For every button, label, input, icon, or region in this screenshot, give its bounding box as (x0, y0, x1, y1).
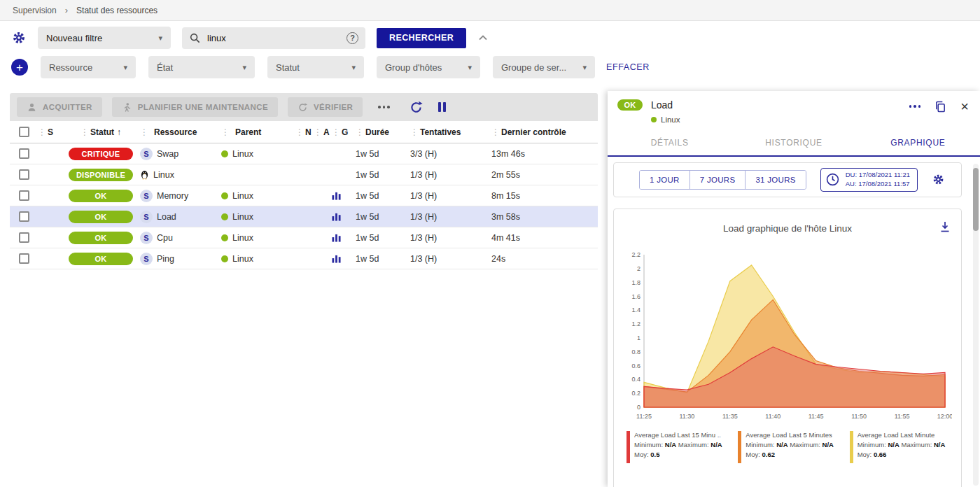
collapse-filters-chevron-up-icon[interactable] (477, 32, 489, 43)
panel-more-actions-icon[interactable] (909, 105, 921, 108)
search-help-icon[interactable]: ? (346, 32, 358, 44)
column-header-parent[interactable]: Parent (221, 127, 295, 137)
header-duration-label: Durée (365, 127, 389, 137)
table-row-ping[interactable]: OK Ping Linux 1w 5d 1/3 (H) 24s (10, 248, 598, 269)
graph-settings-gear-icon[interactable] (932, 173, 945, 186)
breadcrumb-supervision[interactable]: Supervision (13, 6, 57, 15)
column-header-action[interactable]: A (314, 127, 332, 137)
more-actions-icon[interactable] (378, 106, 390, 108)
legend-series-name: Average Load Last 5 Minutes (746, 431, 834, 439)
drag-handle-icon (221, 127, 231, 137)
drag-handle-icon (410, 127, 420, 137)
add-criteria-button[interactable]: + (11, 59, 28, 76)
range-1-day-button[interactable]: 1 JOUR (640, 171, 690, 189)
duration-value: 1w 5d (356, 254, 410, 264)
pause-auto-refresh-icon[interactable] (438, 102, 447, 112)
min-value: N/A (888, 441, 899, 449)
tab-history[interactable]: HISTORIQUE (732, 129, 855, 155)
column-header-notes[interactable]: N (295, 127, 314, 137)
tab-graph[interactable]: GRAPHIQUE (856, 129, 980, 155)
criteria-resource-label: Ressource (49, 62, 92, 73)
column-header-graph[interactable]: G (332, 127, 356, 137)
max-value: N/A (822, 441, 834, 449)
table-row-load[interactable]: OK Load Linux 1w 5d 1/3 (H) 3m 58s (10, 206, 598, 227)
legend-minmax: Minimum: N/A Maximum: N/A (634, 441, 722, 449)
table-row-memory[interactable]: OK Memory Linux 1w 5d 1/3 (H) 8m 15s (10, 185, 598, 206)
legend-avg: Moy: 0.66 (858, 451, 946, 458)
header-resource-label: Ressource (154, 127, 197, 137)
export-download-icon[interactable] (939, 220, 951, 233)
breadcrumb-resources-status[interactable]: Statut des ressources (76, 6, 158, 15)
custom-period-selector[interactable]: DU: 17/08/2021 11:21 AU: 17/08/2021 11:5… (820, 168, 918, 192)
panel-scrollbar (973, 164, 979, 486)
check-button[interactable]: VÉRIFIER (288, 97, 363, 117)
search-icon (189, 32, 200, 43)
column-header-duration[interactable]: Durée (356, 127, 410, 137)
column-header-resource[interactable]: Ressource (140, 127, 221, 137)
svg-text:1.6: 1.6 (631, 292, 640, 299)
graph-icon[interactable] (332, 234, 341, 242)
close-panel-icon[interactable]: × (960, 99, 969, 113)
column-header-status[interactable]: Statut (62, 127, 140, 137)
search-box[interactable]: ? (182, 27, 365, 49)
graph-icon[interactable] (332, 192, 341, 200)
row-checkbox[interactable] (19, 190, 29, 201)
search-button[interactable]: RECHERCHER (377, 28, 466, 48)
status-badge: CRITIQUE (69, 148, 133, 160)
plan-maintenance-button[interactable]: PLANIFIER UNE MAINTENANCE (112, 97, 278, 117)
select-all-checkbox[interactable] (19, 127, 29, 137)
parent-name: Linux (232, 191, 253, 201)
max-label: Maximum: (790, 441, 820, 449)
criteria-status-select[interactable]: Statut ▾ (267, 56, 364, 78)
column-header-tries[interactable]: Tentatives (410, 127, 491, 137)
service-icon (140, 232, 153, 244)
avg-label: Moy: (746, 451, 760, 458)
row-checkbox[interactable] (19, 232, 29, 243)
table-row-linux-host[interactable]: DISPONIBLE Linux 1w 5d 1/3 (H) 2m 55s (10, 164, 598, 185)
period-to: AU: 17/08/2021 11:57 (846, 180, 910, 189)
clear-filters-button[interactable]: EFFACER (606, 62, 650, 72)
copy-link-icon[interactable] (934, 101, 946, 113)
parent-name: Linux (232, 212, 253, 222)
criteria-resource-select[interactable]: Ressource ▾ (41, 56, 136, 78)
row-checkbox[interactable] (19, 253, 29, 264)
search-input[interactable] (207, 33, 340, 43)
range-31-days-button[interactable]: 31 JOURS (746, 171, 805, 189)
legend-item-load-1min[interactable]: Average Load Last Minute Minimum: N/A Ma… (850, 431, 955, 463)
range-7-days-button[interactable]: 7 JOURS (690, 171, 746, 189)
refresh-icon[interactable] (410, 101, 423, 114)
panel-scrollbar-thumb[interactable] (973, 168, 979, 231)
graph-icon[interactable] (332, 213, 341, 221)
resource-name: Cpu (157, 233, 173, 243)
drag-handle-icon (332, 127, 342, 137)
row-checkbox[interactable] (19, 169, 29, 180)
column-header-severity[interactable]: S (38, 127, 62, 137)
chart-legend: Average Load Last 15 Minu .. Minimum: N/… (626, 431, 955, 463)
legend-item-load-5min[interactable]: Average Load Last 5 Minutes Minimum: N/A… (738, 431, 844, 463)
legend-item-load-15min[interactable]: Average Load Last 15 Minu .. Minimum: N/… (626, 431, 732, 463)
column-header-last-check[interactable]: Dernier contrôle (491, 127, 582, 137)
table-row-cpu[interactable]: OK Cpu Linux 1w 5d 1/3 (H) 4m 41s (10, 227, 598, 248)
duration-value: 1w 5d (356, 212, 410, 222)
criteria-state-select[interactable]: État ▾ (148, 56, 255, 78)
row-checkbox[interactable] (19, 148, 29, 159)
tab-details[interactable]: DÉTAILS (608, 129, 732, 155)
svg-text:11:40: 11:40 (765, 413, 780, 420)
criteria-servicegroup-select[interactable]: Groupe de ser... ▾ (493, 56, 595, 78)
criteria-status-label: Statut (276, 62, 300, 73)
recheck-icon (298, 102, 308, 113)
status-badge: OK (69, 190, 133, 202)
acknowledge-button[interactable]: ACQUITTER (17, 97, 102, 117)
max-value: N/A (710, 441, 722, 449)
saved-filter-select[interactable]: Nouveau filtre ▾ (38, 27, 171, 49)
avg-label: Moy: (634, 451, 649, 458)
filter-settings-gear-icon[interactable] (11, 30, 27, 45)
svg-text:11:55: 11:55 (895, 413, 910, 420)
row-checkbox[interactable] (19, 211, 29, 222)
parent-name: Linux (232, 149, 253, 159)
criteria-hostgroup-select[interactable]: Group d'hôtes ▾ (377, 56, 480, 78)
drag-handle-icon (80, 127, 90, 137)
table-row-swap[interactable]: CRITIQUE Swap Linux 1w 5d 3/3 (H) 13m 46… (10, 143, 598, 164)
graph-icon[interactable] (332, 255, 341, 263)
svg-text:0: 0 (637, 404, 640, 411)
